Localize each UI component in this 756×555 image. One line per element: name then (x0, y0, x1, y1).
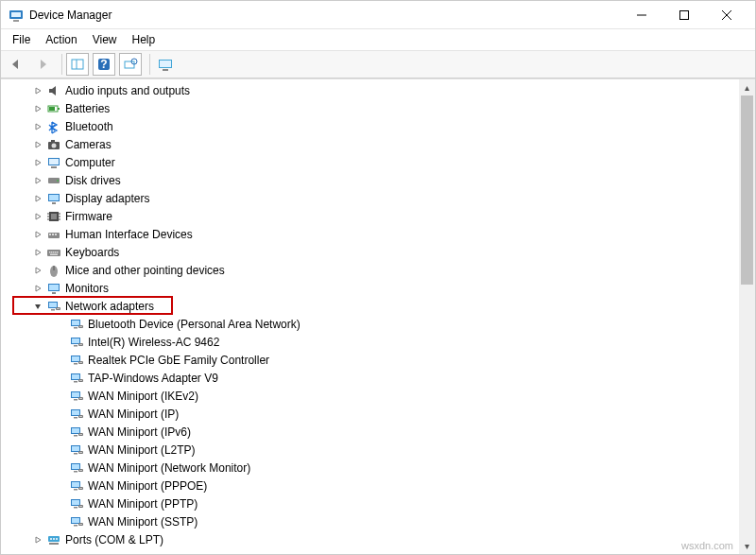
expand-icon[interactable] (31, 138, 44, 151)
expand-icon (54, 443, 67, 457)
maximize-button[interactable] (662, 1, 705, 29)
svg-point-26 (57, 180, 59, 182)
show-hide-console-button[interactable] (66, 53, 89, 76)
svg-rect-7 (72, 60, 83, 69)
tree-item-label: Realtek PCIe GbE Family Controller (88, 354, 269, 367)
tree-item[interactable]: WAN Miniport (PPPOE) (12, 477, 739, 494)
expand-icon[interactable] (31, 174, 44, 187)
svg-rect-91 (74, 435, 77, 437)
monitor-toolbar-icon[interactable] (154, 53, 177, 76)
tree-item[interactable]: TAP-Windows Adapter V9 (12, 369, 739, 387)
svg-rect-14 (160, 61, 171, 67)
tree-item[interactable]: WAN Miniport (IPv6) (12, 423, 739, 441)
tree-item[interactable]: Monitors (12, 279, 739, 297)
tree-item-label: Human Interface Devices (65, 228, 193, 241)
scroll-track[interactable] (739, 95, 755, 538)
device-tree[interactable]: Audio inputs and outputsBatteriesBluetoo… (1, 79, 739, 554)
network-icon (69, 407, 84, 422)
expand-icon[interactable] (31, 264, 44, 277)
expand-icon[interactable] (31, 228, 44, 241)
tree-item[interactable]: WAN Miniport (PPTP) (12, 494, 739, 512)
tree-item[interactable]: WAN Miniport (Network Monitor) (12, 459, 739, 477)
tree-item[interactable]: Mice and other pointing devices (12, 261, 739, 279)
expand-icon[interactable] (31, 192, 44, 205)
tree-item[interactable]: Computer (12, 153, 739, 171)
help-button[interactable]: ? (93, 53, 115, 76)
svg-rect-15 (163, 69, 168, 71)
svg-rect-40 (52, 234, 54, 235)
tree-item[interactable]: Realtek PCIe GbE Family Controller (12, 351, 739, 369)
tree-item[interactable]: Network adapters (12, 297, 739, 315)
expand-icon[interactable] (31, 246, 44, 259)
svg-rect-28 (49, 195, 59, 200)
tree-item[interactable]: Firmware (12, 207, 739, 225)
tree-item[interactable]: Keyboards (12, 243, 739, 261)
tree-item[interactable]: Bluetooth (12, 117, 739, 135)
scan-hardware-button[interactable] (119, 53, 142, 76)
scroll-down-button[interactable]: ▾ (739, 538, 755, 554)
network-icon (69, 317, 84, 332)
collapse-icon[interactable] (31, 300, 44, 313)
tree-item[interactable]: Human Interface Devices (12, 225, 739, 243)
expand-icon[interactable] (31, 533, 44, 546)
expand-icon[interactable] (31, 102, 44, 115)
bluetooth-icon (46, 119, 61, 134)
expand-icon[interactable] (31, 84, 44, 97)
content-area: Audio inputs and outputsBatteriesBluetoo… (1, 78, 755, 554)
minimize-button[interactable] (620, 1, 662, 29)
tree-item[interactable]: Cameras (12, 135, 739, 153)
ports-icon (46, 532, 61, 547)
svg-rect-111 (74, 507, 77, 509)
svg-rect-39 (49, 234, 51, 235)
svg-rect-101 (74, 471, 77, 473)
scroll-thumb[interactable] (741, 95, 753, 285)
window-controls (620, 1, 747, 29)
tree-item[interactable]: WAN Miniport (SSTP) (12, 512, 739, 530)
expand-icon[interactable] (31, 282, 44, 295)
tree-item[interactable]: Disk drives (12, 171, 739, 189)
tree-item[interactable]: Intel(R) Wireless-AC 9462 (12, 333, 739, 351)
display-icon (46, 191, 61, 206)
tree-item[interactable]: Display adapters (12, 189, 739, 207)
svg-text:?: ? (100, 58, 107, 71)
menu-help[interactable]: Help (125, 31, 163, 48)
tree-item[interactable]: Batteries (12, 99, 739, 117)
svg-rect-46 (55, 251, 57, 253)
tree-item-label: Mice and other pointing devices (65, 264, 225, 277)
firmware-icon (46, 209, 61, 224)
tree-item-label: Cameras (65, 138, 112, 151)
expand-icon[interactable] (31, 210, 44, 223)
expand-icon (54, 318, 67, 331)
svg-rect-76 (74, 381, 77, 383)
tree-item-label: Ports (COM & LPT) (65, 533, 163, 546)
svg-rect-44 (51, 251, 53, 253)
svg-rect-52 (49, 285, 59, 290)
menu-view[interactable]: View (85, 31, 125, 48)
svg-rect-45 (53, 251, 55, 253)
back-button[interactable] (5, 53, 27, 76)
close-button[interactable] (705, 1, 747, 29)
tree-item[interactable]: WAN Miniport (IP) (12, 405, 739, 423)
expand-icon[interactable] (31, 120, 44, 133)
expand-icon[interactable] (31, 156, 44, 169)
network-icon (69, 353, 84, 368)
menu-file[interactable]: File (5, 31, 38, 48)
forward-button[interactable] (31, 53, 54, 76)
tree-item[interactable]: Bluetooth Device (Personal Area Network) (12, 315, 739, 333)
tree-item[interactable]: Audio inputs and outputs (12, 81, 739, 99)
svg-rect-18 (49, 107, 55, 111)
menu-action[interactable]: Action (38, 31, 84, 48)
tree-item[interactable]: Ports (COM & LPT) (12, 530, 739, 548)
expand-icon (54, 354, 67, 367)
tree-item[interactable]: WAN Miniport (IKEv2) (12, 387, 739, 405)
tree-item[interactable]: WAN Miniport (L2TP) (12, 441, 739, 459)
audio-icon (46, 83, 61, 98)
disk-icon (46, 173, 61, 188)
svg-rect-81 (74, 399, 77, 401)
svg-rect-47 (57, 251, 59, 253)
vertical-scrollbar[interactable]: ▴ ▾ (739, 79, 755, 554)
svg-rect-90 (72, 428, 79, 433)
svg-rect-1 (11, 12, 21, 17)
hid-icon (46, 227, 61, 242)
scroll-up-button[interactable]: ▴ (739, 79, 755, 95)
